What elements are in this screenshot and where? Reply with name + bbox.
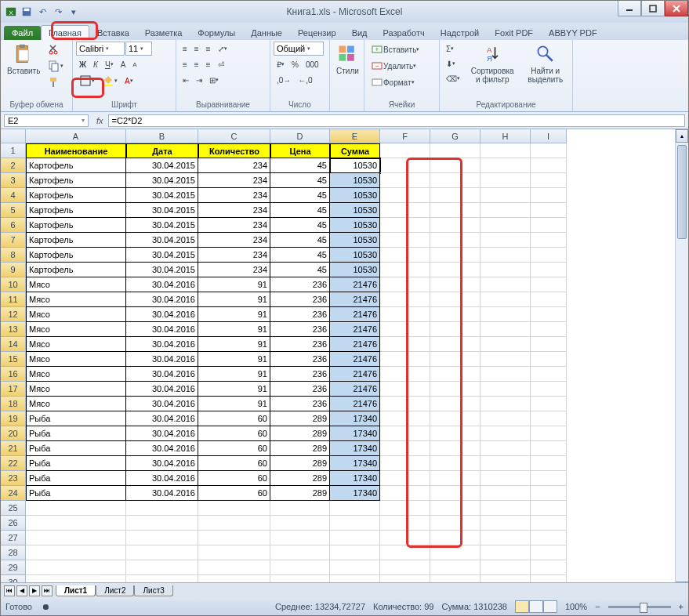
cell-E13[interactable]: 21476 bbox=[330, 322, 380, 337]
sheet-tab-Лист1[interactable]: Лист1 bbox=[56, 585, 96, 596]
view-normal-button[interactable] bbox=[515, 600, 529, 613]
row-header-18[interactable]: 18 bbox=[1, 397, 26, 411]
cell-C26[interactable] bbox=[198, 516, 270, 531]
cell-G14[interactable] bbox=[430, 337, 480, 352]
cell-D20[interactable]: 289 bbox=[270, 426, 330, 441]
cell-I5[interactable] bbox=[531, 203, 567, 218]
cell-A12[interactable]: Мясо bbox=[26, 307, 126, 322]
cell-C22[interactable]: 60 bbox=[198, 456, 270, 471]
cell-C11[interactable]: 91 bbox=[198, 292, 270, 307]
column-header-A[interactable]: A bbox=[26, 129, 126, 143]
row-header-1[interactable]: 1 bbox=[1, 143, 26, 158]
cell-A26[interactable] bbox=[26, 516, 126, 531]
cell-B29[interactable] bbox=[126, 560, 198, 575]
cell-C25[interactable] bbox=[198, 501, 270, 516]
cell-G20[interactable] bbox=[430, 426, 480, 441]
cell-B22[interactable]: 30.04.2016 bbox=[126, 456, 198, 471]
format-painter-button[interactable] bbox=[45, 74, 67, 90]
cell-D27[interactable] bbox=[270, 531, 330, 545]
cell-B3[interactable]: 30.04.2015 bbox=[126, 173, 198, 188]
row-header-21[interactable]: 21 bbox=[1, 441, 26, 456]
cell-F11[interactable] bbox=[380, 292, 430, 307]
cell-H26[interactable] bbox=[480, 516, 531, 531]
cell-E28[interactable] bbox=[330, 545, 380, 560]
sheet-tab-Лист3[interactable]: Лист3 bbox=[134, 585, 172, 596]
orientation-button[interactable]: ⤢▾ bbox=[215, 42, 230, 56]
cell-E4[interactable]: 10530 bbox=[330, 188, 380, 203]
find-select-button[interactable]: Найти и выделить bbox=[521, 42, 569, 85]
cell-I11[interactable] bbox=[531, 292, 567, 307]
cell-I28[interactable] bbox=[531, 545, 567, 560]
cell-H9[interactable] bbox=[480, 263, 531, 277]
cell-I8[interactable] bbox=[531, 248, 567, 263]
cell-F6[interactable] bbox=[380, 218, 430, 233]
cell-A18[interactable]: Мясо bbox=[26, 397, 126, 411]
cell-E29[interactable] bbox=[330, 560, 380, 575]
cell-I9[interactable] bbox=[531, 263, 567, 277]
cell-H3[interactable] bbox=[480, 173, 531, 188]
sort-filter-button[interactable]: AЯ Сортировка и фильтр bbox=[465, 42, 520, 85]
cell-A7[interactable]: Картофель bbox=[26, 233, 126, 248]
cell-B2[interactable]: 30.04.2015 bbox=[126, 158, 198, 173]
cell-E6[interactable]: 10530 bbox=[330, 218, 380, 233]
cell-B18[interactable]: 30.04.2016 bbox=[126, 397, 198, 411]
cell-D11[interactable]: 236 bbox=[270, 292, 330, 307]
sheet-nav-prev[interactable]: ◀ bbox=[16, 585, 27, 596]
cell-F9[interactable] bbox=[380, 263, 430, 277]
cell-I13[interactable] bbox=[531, 322, 567, 337]
row-header-8[interactable]: 8 bbox=[1, 248, 26, 263]
cell-D13[interactable]: 236 bbox=[270, 322, 330, 337]
row-header-20[interactable]: 20 bbox=[1, 426, 26, 441]
scroll-up-button[interactable]: ▴ bbox=[676, 129, 688, 143]
cell-F1[interactable] bbox=[380, 143, 430, 158]
cell-B1[interactable]: Дата bbox=[126, 143, 198, 158]
tab-foxit pdf[interactable]: Foxit PDF bbox=[487, 25, 541, 40]
cell-E27[interactable] bbox=[330, 531, 380, 545]
cell-I15[interactable] bbox=[531, 352, 567, 367]
tab-формулы[interactable]: Формулы bbox=[190, 25, 243, 40]
cell-H21[interactable] bbox=[480, 441, 531, 456]
cell-E21[interactable]: 17340 bbox=[330, 441, 380, 456]
sheet-nav-last[interactable]: ⏭ bbox=[42, 585, 53, 596]
tab-file[interactable]: Файл bbox=[4, 26, 41, 40]
cell-H29[interactable] bbox=[480, 560, 531, 575]
cell-I1[interactable] bbox=[531, 143, 567, 158]
paste-button[interactable]: Вставить bbox=[4, 42, 43, 77]
cell-I23[interactable] bbox=[531, 471, 567, 486]
cell-B5[interactable]: 30.04.2015 bbox=[126, 203, 198, 218]
cell-E22[interactable]: 17340 bbox=[330, 456, 380, 471]
cell-B8[interactable]: 30.04.2015 bbox=[126, 248, 198, 263]
zoom-out-button[interactable]: − bbox=[595, 602, 600, 611]
cell-A15[interactable]: Мясо bbox=[26, 352, 126, 367]
merge-button[interactable]: ⊞▾ bbox=[206, 73, 222, 87]
cell-C9[interactable]: 234 bbox=[198, 263, 270, 277]
cell-B23[interactable]: 30.04.2016 bbox=[126, 471, 198, 486]
font-grow-button[interactable]: A bbox=[118, 57, 129, 71]
cell-D18[interactable]: 236 bbox=[270, 397, 330, 411]
cell-F7[interactable] bbox=[380, 233, 430, 248]
cell-B14[interactable]: 30.04.2016 bbox=[126, 337, 198, 352]
cell-B4[interactable]: 30.04.2015 bbox=[126, 188, 198, 203]
styles-button[interactable]: Стили bbox=[333, 42, 362, 77]
cut-button[interactable] bbox=[45, 42, 67, 57]
select-all-corner[interactable] bbox=[1, 129, 26, 143]
cell-F17[interactable] bbox=[380, 382, 430, 397]
cell-I19[interactable] bbox=[531, 411, 567, 426]
cell-C28[interactable] bbox=[198, 545, 270, 560]
cell-I24[interactable] bbox=[531, 486, 567, 501]
column-header-C[interactable]: C bbox=[198, 129, 270, 143]
cell-C19[interactable]: 60 bbox=[198, 411, 270, 426]
row-header-28[interactable]: 28 bbox=[1, 545, 26, 560]
cell-G22[interactable] bbox=[430, 456, 480, 471]
tab-рецензир[interactable]: Рецензир bbox=[290, 25, 344, 40]
cell-H8[interactable] bbox=[480, 248, 531, 263]
view-page-break-button[interactable] bbox=[543, 600, 557, 613]
cell-D5[interactable]: 45 bbox=[270, 203, 330, 218]
cell-I17[interactable] bbox=[531, 382, 567, 397]
cell-A27[interactable] bbox=[26, 531, 126, 545]
cell-A29[interactable] bbox=[26, 560, 126, 575]
cell-D7[interactable]: 45 bbox=[270, 233, 330, 248]
cell-G9[interactable] bbox=[430, 263, 480, 277]
row-header-22[interactable]: 22 bbox=[1, 456, 26, 471]
macro-record-icon[interactable]: ⏺ bbox=[42, 602, 50, 611]
